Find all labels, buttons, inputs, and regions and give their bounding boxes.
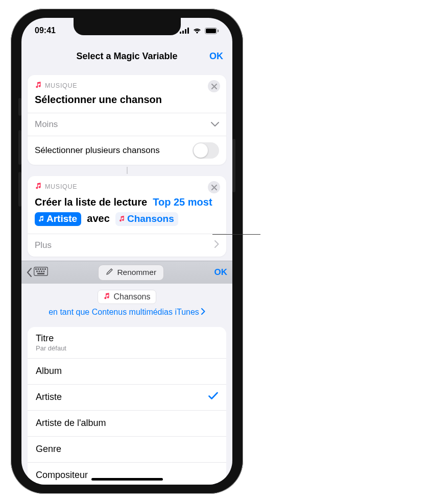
svg-rect-16 [43, 271, 45, 272]
svg-rect-0 [180, 32, 181, 34]
music-variable-icon [103, 292, 110, 301]
svg-rect-12 [44, 268, 46, 270]
pencil-icon [106, 268, 113, 278]
rename-button-label: Renommer [117, 268, 156, 277]
variable-detail-header: Chansons en tant que Contenus multimédia… [21, 284, 232, 320]
attribute-row[interactable]: Genre [28, 437, 226, 463]
attribute-title: Genre [36, 444, 61, 455]
variable-token-songs-label: Chansons [127, 213, 174, 225]
row-show-more[interactable]: Plus [28, 234, 226, 257]
side-button [232, 139, 235, 192]
attribute-subtitle: Par défaut [36, 344, 66, 352]
variable-token-artist[interactable]: Artiste [35, 212, 81, 226]
svg-rect-14 [39, 271, 40, 272]
variable-type-button[interactable]: en tant que Contenus multimédias iTunes [49, 308, 205, 317]
variable-token-artist-label: Artiste [46, 213, 77, 225]
checkmark-icon [208, 392, 218, 402]
nav-bar: Select a Magic Variable OK [21, 43, 232, 69]
svg-rect-6 [218, 30, 219, 32]
action-title: Sélectionner une chanson [28, 91, 226, 113]
phone-frame: 09:41 Select a Magic Variable OK [11, 9, 243, 494]
variable-chip[interactable]: Chansons [98, 290, 156, 304]
callout-line [212, 234, 260, 235]
music-variable-icon [118, 213, 125, 225]
variable-type-label: en tant que Contenus multimédias iTunes [49, 308, 199, 317]
nav-ok-button[interactable]: OK [209, 51, 223, 62]
row-show-less[interactable]: Moins [28, 113, 226, 136]
home-indicator[interactable] [91, 478, 163, 481]
attribute-list: TitrePar défautAlbumArtisteArtiste de l'… [28, 327, 226, 485]
notch [74, 18, 181, 35]
chevron-down-icon [211, 119, 219, 130]
wifi-icon [193, 28, 202, 34]
close-action-button[interactable] [208, 181, 220, 193]
svg-rect-17 [37, 273, 44, 274]
attribute-row[interactable]: Compositeur [28, 463, 226, 485]
attribute-row[interactable]: Album [28, 359, 226, 385]
attribute-title: Artiste de l'album [36, 418, 106, 429]
svg-rect-10 [40, 268, 41, 270]
keyboard-accessory-bar: Renommer OK [21, 261, 232, 284]
close-icon [211, 185, 217, 190]
music-variable-icon [38, 213, 44, 225]
svg-rect-2 [185, 29, 186, 34]
action-sentence: Créer la liste de lecture Top 25 most Ar… [28, 192, 226, 234]
select-multiple-toggle[interactable] [193, 142, 219, 159]
rename-button[interactable]: Renommer [98, 265, 164, 281]
svg-rect-5 [206, 29, 216, 33]
svg-rect-15 [41, 271, 42, 272]
row-select-multiple: Sélectionner plusieurs chansons [28, 136, 226, 165]
music-app-icon [35, 81, 42, 90]
playlist-name-part2[interactable]: most [188, 196, 212, 208]
status-time: 09:41 [35, 26, 56, 35]
close-action-button[interactable] [208, 80, 220, 92]
row-show-less-label: Moins [35, 119, 58, 130]
attribute-title: Compositeur [36, 470, 88, 481]
with-label: avec [87, 213, 110, 224]
action-app-name: MUSIQUE [45, 82, 77, 89]
svg-rect-3 [187, 28, 189, 34]
accessory-ok-button[interactable]: OK [214, 267, 227, 278]
variable-chip-label: Chansons [113, 292, 150, 301]
action-connector [127, 167, 128, 174]
attribute-row[interactable]: Artiste de l'album [28, 411, 226, 437]
attribute-row[interactable]: TitrePar défaut [28, 327, 226, 359]
action-card-select-music[interactable]: MUSIQUE Sélectionner une chanson Moins [28, 75, 226, 165]
action-card-create-playlist[interactable]: MUSIQUE Créer la liste de lecture Top 25… [28, 176, 226, 257]
svg-rect-9 [38, 268, 39, 270]
action-verb: Créer la liste de lecture [35, 196, 147, 208]
row-show-more-label: Plus [35, 240, 52, 250]
music-app-icon [35, 182, 42, 191]
playlist-name-part1[interactable]: Top 25 [153, 196, 185, 208]
battery-icon [205, 28, 219, 34]
svg-rect-11 [42, 268, 44, 270]
attribute-title: Album [36, 366, 62, 376]
row-select-multiple-label: Sélectionner plusieurs chansons [35, 145, 160, 156]
variable-token-songs[interactable]: Chansons [115, 212, 178, 226]
cellular-icon [180, 28, 189, 34]
svg-rect-1 [182, 31, 184, 34]
attribute-title: Artiste [36, 392, 62, 402]
close-icon [211, 84, 217, 89]
svg-rect-8 [35, 268, 37, 270]
attribute-row[interactable]: Artiste [28, 385, 226, 411]
attribute-title: Titre [36, 333, 66, 344]
keyboard-icon [34, 267, 48, 278]
accessory-back-button[interactable] [27, 267, 48, 278]
chevron-right-icon [214, 240, 219, 250]
action-app-name: MUSIQUE [45, 183, 77, 190]
chevron-right-icon [201, 308, 205, 317]
svg-rect-13 [36, 271, 38, 272]
nav-title: Select a Magic Variable [76, 51, 177, 62]
